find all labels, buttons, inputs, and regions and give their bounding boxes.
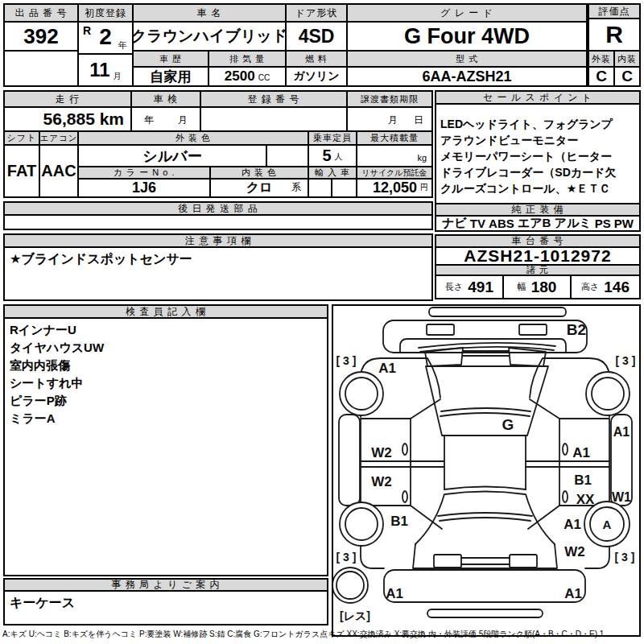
mark-right-rocker-front: A1 [613,425,630,439]
left-rocker-panel [339,415,360,506]
first-reg-month-cell: 11 月 [77,53,134,87]
door-shape: 4SD [285,21,348,52]
inspector-line: タイヤハウスUW [10,339,322,357]
hood [426,366,548,436]
mark-right-rear-door-2: XX [576,492,595,507]
mark-tread-front-right: [ 3 ] [616,354,636,367]
color-no: 1J6 [77,178,211,198]
mileage-label: 走 行 [3,90,132,108]
inspector-line: 室内内張傷 [10,357,322,374]
history-label: 車 歴 [132,50,209,68]
equip-item: エアB [518,216,551,231]
shaken-cell: 年 月 [130,106,201,132]
int-color-suffix: 系 [291,180,301,194]
grade-label: グ レ ー ド [346,3,588,23]
max-load-unit: kg [417,153,427,163]
damage-diagram-panel: B2[ 3 ]A1[ 3 ]GA1W2A1W2B1XXW1B1A1AW2[ 3 … [332,304,641,637]
left-front-door-handle [402,444,407,455]
mark-left-rear-door: W2 [371,474,392,489]
history: 自家用 [132,66,209,87]
score-label: 評価点 [588,3,641,19]
fuel: ガソリン [285,66,348,87]
transfer-deadline-label: 譲渡書類期限 [346,90,433,108]
first-reg-month: 11 [89,59,109,81]
height-label: 高さ [581,281,599,293]
mark-rear-bumper-right: A1 [564,586,582,601]
dimension-height-cell: 高さ 146 [570,275,641,299]
later-parts-content [3,214,433,230]
sales-line: アラウンドビューモニター [440,132,638,148]
auction-sheet: 出 品 番 号 392 初度登録 R 2 年 11 月 車 名 クラウンハイブリ… [0,0,644,644]
first-reg-month-suffix: 月 [114,71,122,85]
equip-item: PS [595,217,611,230]
chassis-no: AZSH21-1012972 [435,246,641,266]
displacement-label: 排 気 量 [208,50,287,68]
int-color-cell: クロ 系 [209,178,309,198]
mileage: 56,885 km [3,106,132,132]
auction-no: 392 [3,21,79,52]
mark-tread-rear-left: [ 3 ] [336,551,357,564]
ext-color-empty-cell [266,144,309,167]
score: R [588,18,641,52]
exterior-label: 外装 [588,50,615,68]
length-label: 長さ [445,281,463,293]
sales-line: ドライブレコーダー（SDカード欠 [440,164,638,180]
aircon: AAC [39,144,79,198]
right-rear-door-handle [563,491,568,502]
inspector-line: ミラーA [10,410,322,427]
mark-right-rear-door: B1 [574,473,592,488]
recycle-deposit: 12,050 [373,180,417,196]
mark-right-rocker-rear: W1 [612,490,631,504]
ext-color: シルバー [77,144,267,167]
mark-right-rear-quarter: A1 [564,517,581,532]
recycle-deposit-unit: 円 [420,182,428,196]
mark-right-rear-quarter-2: W2 [564,544,585,559]
recycle-deposit-cell: 12,050 円 [356,178,433,198]
equip-item: ABS [489,217,514,230]
mark-left-rear-quarter: B1 [390,514,408,529]
mark-front-left-fender: A1 [378,361,396,376]
inspector-line: RインナーU [10,321,322,339]
notes-content: ★ブラインドスポットセンサー [3,246,433,301]
equip-item: TV [470,217,485,230]
width-value: 180 [531,279,557,296]
max-load-cell: kg [356,144,433,167]
capacity-cell: 5 人 [308,144,357,167]
dimension-length-cell: 長さ 491 [435,275,504,299]
mark-right-front-door: A1 [572,445,590,460]
first-reg-label: 初度登録 [77,3,134,23]
import-cell-2 [331,178,357,198]
shaken-month-suffix: 月 [178,114,188,127]
mark-tread-rear-right: [ 3 ] [615,551,635,564]
inspector-line: シートすれ中 [10,374,322,392]
car-top-view-diagram: B2[ 3 ]A1[ 3 ]GA1W2A1W2B1XXW1B1A1AW2[ 3 … [333,306,639,635]
interior-label: 内装 [613,50,641,68]
right-front-door-handle [563,444,568,455]
displacement-unit: CC [258,73,270,85]
reg-no-cell [200,106,348,132]
equip-item: アルミ [555,216,592,231]
legend-footer: A:キズ U:ヘコミ B:キズを伴うヘコミ P:要塗装 W:補修跡 S:錆 C:… [2,629,642,640]
mark-windshield: G [502,416,514,433]
left-rear-door-handle [402,491,407,502]
office-info-content: キーケース [3,590,328,625]
auction-no-empty-cell [3,50,79,87]
rear-bumper [384,570,585,602]
equipment-row: ナビTVABSエアBアルミPSPW [435,215,641,232]
dimension-width-cell: 幅 180 [502,275,572,299]
mark-left-front-door: W2 [371,445,392,460]
reg-no-label: 登 録 番 号 [200,90,348,108]
first-reg-year-suffix: 年 [118,39,127,52]
car-name: クラウンハイブリッド [132,21,287,52]
transfer-deadline-cell: 月 日 [346,106,433,132]
front-bumper [383,320,587,353]
inspector-content: RインナーUタイヤハウスUW室内内張傷シートすれ中ピラーP跡ミラーA [3,317,328,576]
fuel-label: 燃 料 [285,50,348,68]
sales-line: クルーズコントロール、★ＥＴＣ [440,180,638,196]
transfer-day-suffix: 日 [414,114,423,127]
width-label: 幅 [518,281,526,293]
first-reg-year-cell: R 2 年 [77,21,134,55]
rear-edge-bar [427,609,543,617]
interior-score: C [613,66,641,87]
capacity-unit: 人 [335,151,343,166]
